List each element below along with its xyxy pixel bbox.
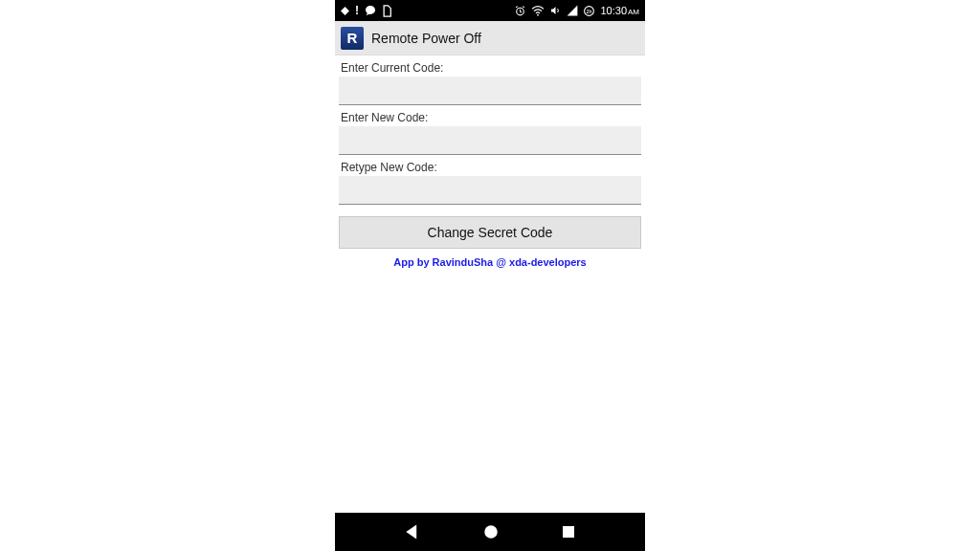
svg-rect-0 <box>341 7 349 15</box>
retype-code-label: Retype New Code: <box>339 161 641 174</box>
nav-home-icon[interactable] <box>482 523 500 540</box>
credit-text[interactable]: App by RavinduSha @ xda-developers <box>339 256 641 268</box>
svg-text:2h: 2h <box>587 8 592 13</box>
status-right: 2h 10:30AM <box>514 5 639 17</box>
status-bar: ! 2h 10:30AM <box>335 0 645 21</box>
data-usage-icon: 2h <box>583 5 595 17</box>
alarm-icon <box>514 5 526 17</box>
clock-time: 10:30AM <box>600 5 639 16</box>
app-bar: R Remote Power Off <box>335 21 645 55</box>
nav-back-icon[interactable] <box>403 522 422 541</box>
alert-icon: ! <box>355 4 359 17</box>
new-code-label: Enter New Code: <box>339 111 641 124</box>
nav-recent-icon[interactable] <box>560 523 577 540</box>
wifi-icon <box>531 5 545 16</box>
time-ampm: AM <box>628 8 639 16</box>
app-icon-letter: R <box>347 30 358 46</box>
sim-notif-icon <box>382 5 391 17</box>
new-code-input[interactable] <box>339 126 641 155</box>
current-code-label: Enter Current Code: <box>339 61 641 75</box>
status-left: ! <box>341 4 391 17</box>
diamond-notif-icon <box>341 7 349 15</box>
change-secret-code-button[interactable]: Change Secret Code <box>339 216 641 249</box>
svg-rect-6 <box>563 526 574 538</box>
signal-icon <box>567 5 578 16</box>
svg-point-2 <box>538 14 540 16</box>
phone-frame: ! 2h 10:30AM <box>335 0 645 551</box>
content-area: Enter Current Code: Enter New Code: Rety… <box>335 55 645 513</box>
retype-code-input[interactable] <box>339 176 641 205</box>
svg-point-5 <box>484 525 498 539</box>
app-icon: R <box>341 27 364 50</box>
current-code-input[interactable] <box>339 77 641 105</box>
time-digits: 10:30 <box>600 5 627 16</box>
app-title: Remote Power Off <box>371 31 481 46</box>
chat-notif-icon <box>365 5 376 16</box>
nav-bar <box>335 513 645 551</box>
volume-icon <box>549 5 562 16</box>
